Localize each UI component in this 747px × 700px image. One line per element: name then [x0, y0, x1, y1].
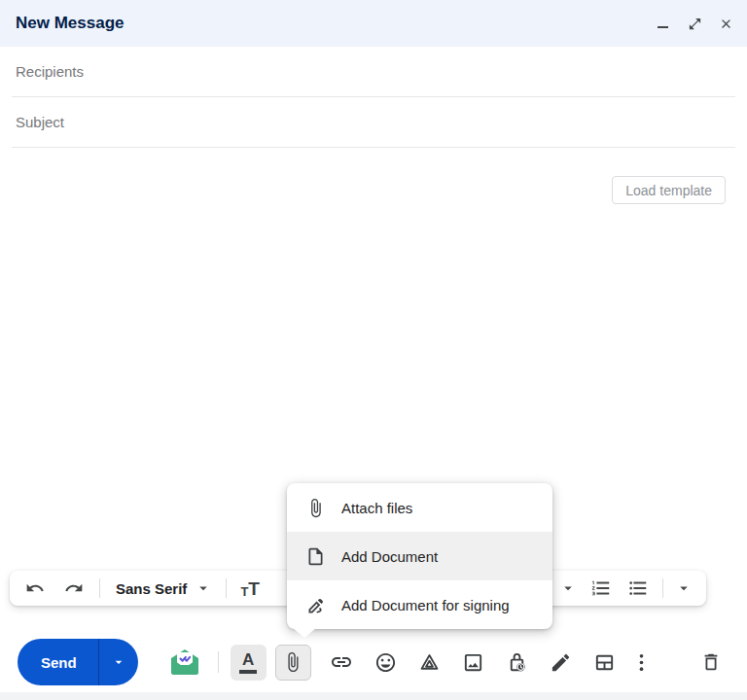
insert-photo-icon[interactable] — [460, 649, 486, 676]
formatting-options-icon[interactable]: A — [231, 645, 267, 681]
font-dropdown-arrow — [195, 579, 212, 597]
attach-files-icon[interactable] — [275, 645, 311, 681]
bulleted-list-icon[interactable] — [627, 578, 649, 599]
window-bottom-edge — [0, 692, 747, 700]
numbered-list-icon[interactable] — [590, 578, 612, 599]
send-options-arrow[interactable] — [99, 639, 138, 685]
compose-window: New Message Load template — [0, 0, 747, 700]
insert-link-icon[interactable] — [329, 649, 355, 676]
toolbar-divider — [662, 578, 663, 598]
expand-icon[interactable] — [687, 16, 702, 31]
toolbar-divider — [226, 578, 227, 598]
menu-item-add-document[interactable]: Add Document — [287, 532, 552, 580]
send-button[interactable]: Send — [18, 639, 98, 685]
attach-options-menu: Attach files Add Document Add Document f… — [287, 483, 552, 629]
minimize-icon[interactable] — [656, 16, 671, 31]
layouts-icon[interactable] — [591, 649, 618, 676]
paperclip-icon — [304, 497, 326, 518]
signature-icon[interactable] — [548, 649, 574, 676]
recipients-row — [12, 47, 735, 97]
toolbar-divider — [99, 578, 100, 598]
undo-icon[interactable] — [25, 578, 45, 598]
recipients-input[interactable] — [12, 47, 735, 96]
discard-draft-icon[interactable] — [697, 649, 724, 676]
subject-row — [12, 97, 735, 148]
send-split-button: Send — [18, 639, 138, 685]
align-dropdown-arrow[interactable] — [559, 579, 577, 597]
document-icon — [304, 545, 326, 567]
subject-input[interactable] — [12, 97, 735, 147]
bottom-toolbar: Send A — [0, 637, 747, 687]
text-size-icon[interactable]: TT — [240, 579, 260, 598]
signature-pen-icon — [304, 594, 326, 615]
menu-pointer-tail — [293, 628, 316, 638]
more-options-icon[interactable] — [635, 649, 649, 676]
confidential-mode-icon[interactable] — [504, 649, 530, 676]
menu-item-label: Add Document — [341, 548, 438, 565]
toolbar-divider — [218, 651, 219, 673]
window-title: New Message — [16, 14, 124, 33]
menu-item-attach-files[interactable]: Attach files — [287, 483, 552, 532]
redo-icon[interactable] — [64, 578, 84, 598]
menu-item-add-document-for-signing[interactable]: Add Document for signing — [287, 580, 552, 629]
menu-item-label: Attach files — [341, 500, 412, 516]
close-icon[interactable] — [718, 16, 733, 31]
menu-item-label: Add Document for signing — [341, 597, 510, 613]
window-controls — [656, 16, 733, 31]
font-name-label: Sans Serif — [116, 580, 187, 597]
more-formatting-dropdown-arrow[interactable] — [675, 579, 693, 597]
insert-emoji-icon[interactable] — [373, 649, 399, 676]
window-header: New Message — [0, 0, 747, 47]
load-template-button[interactable]: Load template — [612, 176, 726, 204]
mailtrack-icon[interactable] — [169, 648, 200, 676]
font-selector[interactable]: Sans Serif — [116, 579, 212, 597]
insert-drive-icon[interactable] — [416, 649, 443, 676]
